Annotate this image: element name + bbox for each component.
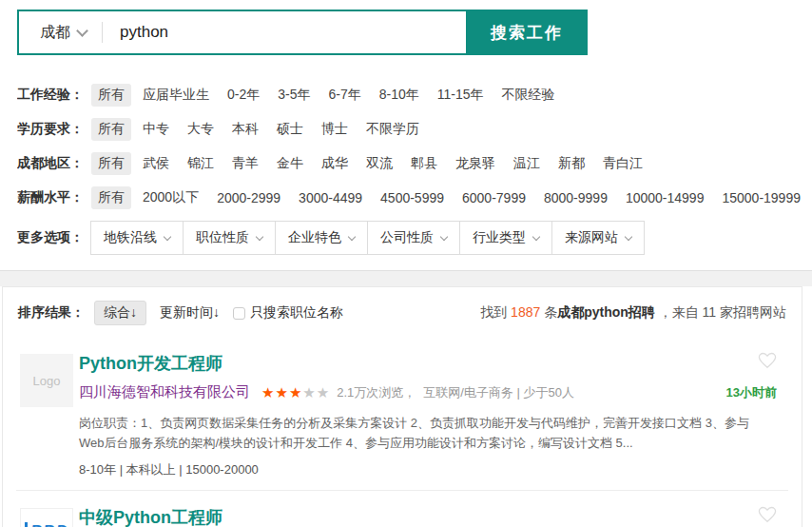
sort-comprehensive-button[interactable]: 综合↓ (94, 301, 146, 325)
filter-option[interactable]: 金牛 (270, 152, 310, 175)
stars-filled: ★★★ (261, 384, 302, 400)
company-line: 四川海德智和科技有限公司 ★★★★★ 2.1万次浏览， 互联网/电子商务 | 少… (79, 383, 786, 401)
dropdown-company-nature[interactable]: 公司性质 (367, 221, 460, 255)
company-logo: BBD (20, 508, 73, 527)
chevron-down-icon (440, 233, 448, 241)
filter-option[interactable]: 双流 (359, 152, 399, 175)
filter-row-salary: 薪酬水平： 所有 2000以下 2000-2999 3000-4499 4500… (17, 186, 812, 209)
checkbox-label: 只搜索职位名称 (250, 304, 343, 322)
filter-option[interactable]: 所有 (91, 118, 131, 141)
filter-label: 成都地区： (17, 155, 84, 172)
filter-option[interactable]: 不限学历 (359, 118, 426, 141)
filter-option[interactable]: 3-5年 (271, 84, 317, 107)
result-summary: 找到 1887 条成都python招聘 ，来自 11 家招聘网站 (480, 304, 786, 322)
search-input[interactable] (103, 23, 466, 42)
job-description: 岗位职责：1、负责网页数据采集任务的分析及采集方案设计 2、负责抓取功能开发与代… (79, 413, 786, 453)
logo-placeholder-text: Logo (33, 374, 61, 388)
filter-option[interactable]: 青白江 (596, 152, 649, 175)
filter-option[interactable]: 2000-2999 (210, 187, 287, 208)
city-label: 成都 (40, 23, 70, 43)
filter-option[interactable]: 6000-7999 (455, 187, 532, 208)
summary-keyword: 成都python招聘 (557, 304, 655, 320)
job-title-link[interactable]: Python开发工程师 (79, 352, 222, 375)
chevron-down-icon (256, 233, 263, 241)
job-main: 中级Python工程师 成都数联铭品科技有限公司 ★★★★★ 1.8万次浏览， … (79, 506, 786, 527)
filter-row-district: 成都地区： 所有 武侯 锦江 青羊 金牛 成华 双流 郫县 龙泉驿 温江 新都 … (17, 152, 812, 175)
filter-option[interactable]: 2000以下 (136, 186, 205, 209)
filter-option[interactable]: 8-10年 (373, 84, 426, 107)
summary-unit: 条 (540, 304, 557, 320)
company-link[interactable]: 四川海德智和科技有限公司 (79, 383, 250, 401)
filter-panel: 工作经验： 所有 应届毕业生 0-2年 3-5年 6-7年 8-10年 11-1… (0, 55, 812, 255)
filter-row-experience: 工作经验： 所有 应届毕业生 0-2年 3-5年 6-7年 8-10年 11-1… (17, 84, 812, 107)
chevron-down-icon (76, 25, 88, 37)
filter-option[interactable]: 10000-14999 (619, 187, 711, 208)
filter-option[interactable]: 3000-4499 (292, 187, 369, 208)
filter-option[interactable]: 中专 (136, 118, 176, 141)
filter-option[interactable]: 所有 (91, 152, 131, 175)
checkbox-unchecked[interactable] (233, 307, 245, 320)
dropdown-label: 公司性质 (380, 229, 434, 246)
filter-option[interactable]: 15000-19999 (715, 187, 807, 208)
dropdown-label: 职位性质 (196, 229, 249, 246)
filter-option[interactable]: 锦江 (181, 152, 221, 175)
result-count: 1887 (511, 304, 540, 320)
sort-update-time-button[interactable]: 更新时间↓ (160, 304, 220, 322)
chevron-down-icon (625, 233, 632, 241)
favorite-heart-icon[interactable] (758, 352, 777, 373)
city-selector[interactable]: 成都 (19, 23, 102, 43)
filter-option[interactable]: 11-15年 (431, 84, 491, 107)
job-requirements: 8-10年 | 本科以上 | 15000-20000 (79, 461, 786, 478)
star-rating: ★★★★★ (261, 384, 330, 401)
filter-option[interactable]: 应届毕业生 (136, 84, 216, 107)
filter-option[interactable]: 6-7年 (321, 84, 367, 107)
filter-label: 学历要求： (17, 121, 84, 138)
job-title-link[interactable]: 中级Python工程师 (79, 506, 222, 527)
dropdown-label: 来源网站 (565, 229, 618, 246)
filter-option[interactable]: 新都 (551, 152, 591, 175)
filter-option[interactable]: 8000-9999 (537, 187, 614, 208)
filter-option[interactable]: 武侯 (136, 152, 176, 175)
filter-option[interactable]: 硕士 (270, 118, 310, 141)
view-count: 2.1万次浏览， (337, 384, 416, 401)
dropdown-industry-type[interactable]: 行业类型 (459, 221, 552, 255)
filter-option[interactable]: 成华 (315, 152, 355, 175)
chevron-down-icon (532, 233, 540, 241)
filter-option[interactable]: 不限经验 (495, 84, 562, 107)
filter-option[interactable]: 4500-5999 (374, 187, 451, 208)
filter-option[interactable]: 温江 (507, 152, 547, 175)
search-box: 成都 搜索工作 (17, 10, 588, 55)
sort-header: 排序结果： 综合↓ 更新时间↓ 只搜索职位名称 找到 1887 条成都pytho… (3, 287, 802, 337)
filter-option[interactable]: 本科 (225, 118, 265, 141)
filter-option[interactable]: 大专 (181, 118, 221, 141)
section-divider-band (0, 270, 812, 286)
title-only-checkbox-wrap[interactable]: 只搜索职位名称 (233, 304, 343, 322)
filter-option[interactable]: 所有 (91, 84, 131, 107)
favorite-heart-icon[interactable] (758, 506, 777, 527)
job-main: Python开发工程师 四川海德智和科技有限公司 ★★★★★ 2.1万次浏览， … (79, 352, 786, 478)
filter-option[interactable]: 博士 (315, 118, 355, 141)
dropdown-source-site[interactable]: 来源网站 (551, 221, 645, 255)
filter-option[interactable]: 龙泉驿 (449, 152, 502, 175)
posted-time: 13小时前 (726, 384, 777, 401)
dropdown-label: 地铁沿线 (104, 229, 157, 246)
filter-option[interactable]: 郫县 (404, 152, 444, 175)
summary-suffix: ，来自 11 家招聘网站 (655, 304, 786, 320)
filter-row-more-options: 更多选项： 地铁沿线 职位性质 企业特色 公司性质 行业类型 来源网站 (17, 221, 812, 255)
job-card[interactable]: BBD 中级Python工程师 成都数联铭品科技有限公司 ★★★★★ 1.8万次… (3, 491, 802, 527)
dropdown-job-type[interactable]: 职位性质 (183, 221, 276, 255)
job-card[interactable]: Logo Python开发工程师 四川海德智和科技有限公司 ★★★★★ 2.1万… (3, 337, 802, 490)
filter-row-education: 学历要求： 所有 中专 大专 本科 硕士 博士 不限学历 (17, 118, 812, 141)
logo-text: BBD (25, 522, 68, 527)
dropdown-metro-line[interactable]: 地铁沿线 (90, 221, 184, 255)
industry-size: 互联网/电子商务 | 少于50人 (423, 384, 574, 401)
search-button[interactable]: 搜索工作 (466, 10, 588, 55)
filter-label: 工作经验： (17, 87, 84, 104)
filter-option[interactable]: 青羊 (225, 152, 265, 175)
filter-label: 薪酬水平： (17, 189, 84, 206)
results-panel: 排序结果： 综合↓ 更新时间↓ 只搜索职位名称 找到 1887 条成都pytho… (2, 286, 802, 527)
filter-option[interactable]: 0-2年 (221, 84, 266, 107)
filter-option[interactable]: 所有 (91, 186, 131, 209)
dropdown-company-feature[interactable]: 企业特色 (275, 221, 368, 255)
stars-empty: ★★ (302, 384, 330, 400)
